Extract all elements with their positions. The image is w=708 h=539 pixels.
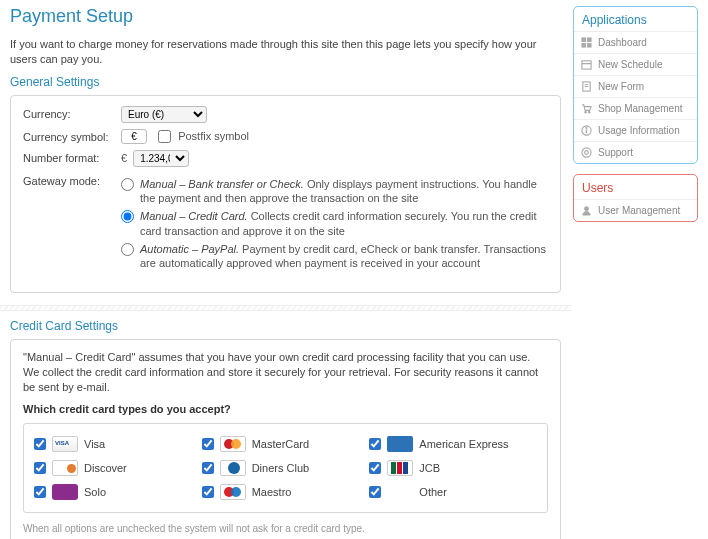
cc-diners[interactable]: Diners Club: [202, 456, 370, 480]
discover-icon: [52, 460, 78, 476]
cc-settings-panel: "Manual – Credit Card" assumes that you …: [10, 339, 561, 539]
solo-icon: [52, 484, 78, 500]
svg-rect-2: [582, 43, 586, 47]
label-currency: Currency:: [23, 106, 121, 120]
diners-icon: [220, 460, 246, 476]
label-number: Number format:: [23, 150, 121, 164]
section-general: General Settings: [10, 75, 561, 89]
label-symbol: Currency symbol:: [23, 129, 121, 143]
sidebar-item-user-mgmt[interactable]: User Management: [574, 199, 697, 221]
euro-prefix: €: [121, 152, 127, 164]
intro-text: If you want to charge money for reservat…: [10, 37, 561, 67]
svg-point-14: [582, 148, 591, 157]
other-icon: [387, 484, 413, 500]
visa-icon: [52, 436, 78, 452]
cc-mae-checkbox[interactable]: [202, 486, 214, 498]
gateway-manual-text: Manual – Bank transfer or Check. Only di…: [140, 177, 548, 206]
cc-solo[interactable]: Solo: [34, 480, 202, 504]
number-format-select[interactable]: 1.234,00: [133, 150, 189, 167]
general-settings-panel: Currency: Euro (€) Currency symbol: Post…: [10, 95, 561, 294]
label-postfix: Postfix symbol: [178, 130, 249, 142]
cc-other-checkbox[interactable]: [369, 486, 381, 498]
label-gateway: Gateway mode:: [23, 173, 121, 187]
amex-icon: [387, 436, 413, 452]
sidebar-item-schedule[interactable]: New Schedule: [574, 53, 697, 75]
cc-types-grid: Visa MasterCard American Express Discove…: [23, 423, 548, 513]
cc-mc-checkbox[interactable]: [202, 438, 214, 450]
cc-note: When all options are unchecked the syste…: [23, 523, 548, 534]
svg-point-16: [584, 207, 588, 211]
symbol-input[interactable]: [121, 129, 147, 144]
section-divider: [0, 305, 571, 311]
gateway-manual-radio[interactable]: [121, 178, 134, 191]
maestro-icon: [220, 484, 246, 500]
cc-visa[interactable]: Visa: [34, 432, 202, 456]
sidebar-users-title: Users: [574, 175, 697, 199]
svg-rect-0: [582, 38, 586, 42]
cc-mastercard[interactable]: MasterCard: [202, 432, 370, 456]
gateway-cc-radio[interactable]: [121, 210, 134, 223]
cc-disc-checkbox[interactable]: [34, 462, 46, 474]
svg-point-9: [585, 111, 587, 113]
grid-icon: [581, 37, 592, 48]
cc-amex-checkbox[interactable]: [369, 438, 381, 450]
sidebar-item-dashboard[interactable]: Dashboard: [574, 31, 697, 53]
cc-solo-checkbox[interactable]: [34, 486, 46, 498]
sidebar-item-form[interactable]: New Form: [574, 75, 697, 97]
sidebar-apps-title: Applications: [574, 7, 697, 31]
sidebar-users: Users User Management: [573, 174, 698, 222]
calendar-icon: [581, 59, 592, 70]
currency-select[interactable]: Euro (€): [121, 106, 207, 123]
page-title: Payment Setup: [10, 6, 561, 27]
gateway-paypal-text: Automatic – PayPal. Payment by credit ca…: [140, 242, 548, 271]
mastercard-icon: [220, 436, 246, 452]
cc-dc-checkbox[interactable]: [202, 462, 214, 474]
sidebar-applications: Applications Dashboard New Schedule New …: [573, 6, 698, 164]
lifebuoy-icon: [581, 147, 592, 158]
cart-icon: [581, 103, 592, 114]
cc-question: Which credit card types do you accept?: [23, 403, 548, 415]
sidebar-item-support[interactable]: Support: [574, 141, 697, 163]
svg-point-15: [585, 151, 589, 155]
cc-visa-checkbox[interactable]: [34, 438, 46, 450]
cc-jcb-checkbox[interactable]: [369, 462, 381, 474]
svg-point-13: [586, 127, 587, 128]
svg-rect-4: [582, 61, 591, 69]
cc-amex[interactable]: American Express: [369, 432, 537, 456]
cc-other[interactable]: Other: [369, 480, 537, 504]
form-icon: [581, 81, 592, 92]
user-icon: [581, 205, 592, 216]
cc-discover[interactable]: Discover: [34, 456, 202, 480]
svg-point-10: [588, 111, 590, 113]
jcb-icon: [387, 460, 413, 476]
svg-rect-3: [587, 43, 591, 47]
info-icon: [581, 125, 592, 136]
cc-maestro[interactable]: Maestro: [202, 480, 370, 504]
cc-blurb: "Manual – Credit Card" assumes that you …: [23, 350, 548, 395]
sidebar-item-shop[interactable]: Shop Management: [574, 97, 697, 119]
sidebar-item-usage[interactable]: Usage Information: [574, 119, 697, 141]
gateway-paypal-radio[interactable]: [121, 243, 134, 256]
gateway-cc-text: Manual – Credit Card. Collects credit ca…: [140, 209, 548, 238]
postfix-checkbox[interactable]: [158, 130, 171, 143]
cc-jcb[interactable]: JCB: [369, 456, 537, 480]
svg-rect-1: [587, 38, 591, 42]
section-cc: Credit Card Settings: [10, 319, 561, 333]
